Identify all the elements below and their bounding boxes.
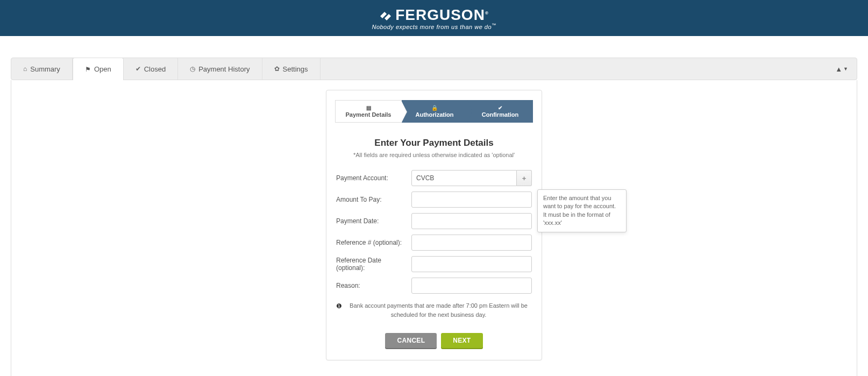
wizard-step-details-label: Payment Details [346,111,392,118]
label-reference-num: Reference # (optional): [336,239,411,246]
wizard-step-authorization-label: Authorization [416,111,454,118]
amount-tooltip: Enter the amount that you want to pay fo… [537,189,627,232]
tab-open[interactable]: ⚑ Open [73,58,124,80]
plus-icon: + [522,174,527,182]
form-heading: Enter Your Payment Details [326,138,542,148]
reference-num-input[interactable] [411,235,532,251]
payment-account-select[interactable] [411,170,517,186]
user-icon: ▲ [835,65,842,73]
tab-history-label: Payment History [198,65,250,73]
registered-mark: ® [485,10,489,15]
brand-logo: FERGUSON® Nobody expects more from us th… [372,6,496,30]
chevron-down-icon: ▼ [843,66,848,72]
document-icon: ▤ [366,105,371,111]
payment-date-input[interactable] [411,213,532,229]
brand-tagline: Nobody expects more from us than we do [372,23,492,30]
add-payment-account-button[interactable]: + [517,170,532,186]
brand-name: FERGUSON [395,6,485,23]
cancel-button[interactable]: CANCEL [385,333,437,348]
lock-icon: 🔒 [431,105,438,111]
home-icon: ⌂ [23,65,27,73]
wizard-step-authorization[interactable]: 🔒 Authorization [402,100,467,123]
tab-settings[interactable]: ✿ Settings [262,58,321,80]
main-tabs: ⌂ Summary ⚑ Open ✔ Closed ◷ Payment Hist… [11,58,857,80]
next-button[interactable]: NEXT [441,333,482,348]
wizard-step-confirmation-label: Confirmation [482,111,518,118]
tab-open-label: Open [94,65,111,73]
label-payment-date: Payment Date: [336,217,411,225]
payment-timing-notice: ❶ Bank account payments that are made af… [336,301,532,319]
tab-payment-history[interactable]: ◷ Payment History [178,58,262,80]
tab-closed[interactable]: ✔ Closed [124,58,178,80]
clock-icon: ◷ [190,65,195,73]
reason-input[interactable] [411,278,532,294]
tab-settings-label: Settings [283,65,308,73]
top-banner: FERGUSON® Nobody expects more from us th… [0,0,868,36]
flag-icon: ⚑ [85,66,91,73]
required-note: *All fields are required unless otherwis… [326,152,542,158]
notice-text: Bank account payments that are made afte… [345,301,532,319]
tab-summary-label: Summary [30,65,60,73]
gear-icon: ✿ [274,65,280,73]
reference-date-input[interactable] [411,256,532,272]
user-menu[interactable]: ▲ ▼ [827,58,857,80]
tab-summary[interactable]: ⌂ Summary [11,58,73,80]
ferguson-logo-icon [379,9,392,22]
label-payment-account: Payment Account: [336,174,411,182]
wizard-steps: ▤ Payment Details 🔒 Authorization ✔ Conf… [335,100,533,123]
amount-input[interactable] [411,191,532,208]
content-area: ▤ Payment Details 🔒 Authorization ✔ Conf… [11,80,857,376]
trademark-mark: ™ [492,23,496,27]
info-icon: ❶ [336,301,342,311]
payment-panel: ▤ Payment Details 🔒 Authorization ✔ Conf… [326,90,542,360]
tab-closed-label: Closed [144,65,166,73]
check-icon: ✔ [136,65,141,73]
wizard-step-confirmation[interactable]: ✔ Confirmation [467,100,533,123]
wizard-step-details[interactable]: ▤ Payment Details [335,100,402,123]
label-reference-date: Reference Date (optional): [336,257,411,272]
label-reason: Reason: [336,282,411,289]
label-amount: Amount To Pay: [336,196,411,203]
check-icon: ✔ [498,105,502,111]
